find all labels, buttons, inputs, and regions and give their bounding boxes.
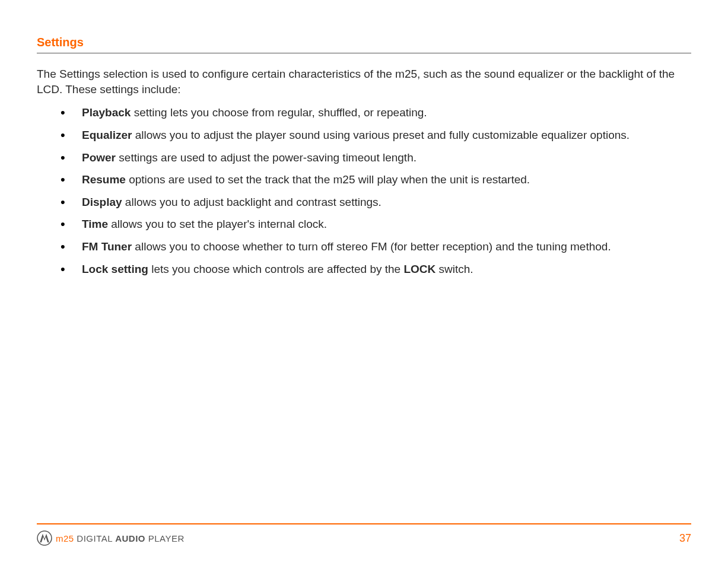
intro-paragraph: The Settings selection is used to config… xyxy=(37,66,691,97)
setting-term: Power xyxy=(82,151,116,164)
setting-description: allows you to adjust backlight and contr… xyxy=(122,196,382,208)
setting-term: Playback xyxy=(82,106,131,119)
setting-term: FM Tuner xyxy=(82,240,132,253)
setting-description: allows you to set the player's internal … xyxy=(108,218,327,230)
list-item: Power settings are used to adjust the po… xyxy=(61,150,691,166)
list-item: Display allows you to adjust backlight a… xyxy=(61,195,691,210)
setting-term: Resume xyxy=(82,173,126,186)
setting-description: options are used to set the track that t… xyxy=(126,173,530,186)
list-item: Equalizer allows you to adjust the playe… xyxy=(61,128,691,143)
footer-product-text: m25 DIGITAL AUDIO PLAYER xyxy=(56,533,185,543)
motorola-logo-icon xyxy=(37,530,52,546)
footer-left: m25 DIGITAL AUDIO PLAYER xyxy=(37,530,185,546)
svg-point-0 xyxy=(37,531,52,545)
page-footer: m25 DIGITAL AUDIO PLAYER 37 xyxy=(37,523,691,546)
footer-digital: DIGITAL xyxy=(74,533,116,543)
footer-row: m25 DIGITAL AUDIO PLAYER 37 xyxy=(37,530,691,546)
section-heading: Settings xyxy=(37,36,691,53)
page-number: 37 xyxy=(679,532,691,545)
setting-description-post: switch. xyxy=(435,263,473,275)
list-item: Resume options are used to set the track… xyxy=(61,172,691,187)
setting-description: settings are used to adjust the power-sa… xyxy=(116,151,417,164)
footer-m25: m25 xyxy=(56,533,74,543)
list-item: Playback setting lets you choose from re… xyxy=(61,105,691,120)
setting-description: allows you to choose whether to turn off… xyxy=(132,240,611,253)
list-item: Lock setting lets you choose which contr… xyxy=(61,262,691,277)
setting-description: allows you to adjust the player sound us… xyxy=(132,129,630,141)
setting-term: Time xyxy=(82,218,108,230)
setting-term: Display xyxy=(82,196,122,208)
setting-description-pre: lets you choose which controls are affec… xyxy=(148,263,404,275)
footer-rule xyxy=(37,523,691,524)
setting-description: setting lets you choose from regular, sh… xyxy=(131,106,427,119)
setting-term: Equalizer xyxy=(82,129,132,141)
footer-audio: AUDIO xyxy=(115,533,145,543)
document-page: Settings The Settings selection is used … xyxy=(0,0,728,566)
list-item: Time allows you to set the player's inte… xyxy=(61,217,691,232)
lock-word: LOCK xyxy=(403,263,435,275)
footer-player: PLAYER xyxy=(145,533,185,543)
setting-term: Lock setting xyxy=(82,263,148,275)
list-item: FM Tuner allows you to choose whether to… xyxy=(61,239,691,255)
settings-list: Playback setting lets you choose from re… xyxy=(61,105,691,276)
